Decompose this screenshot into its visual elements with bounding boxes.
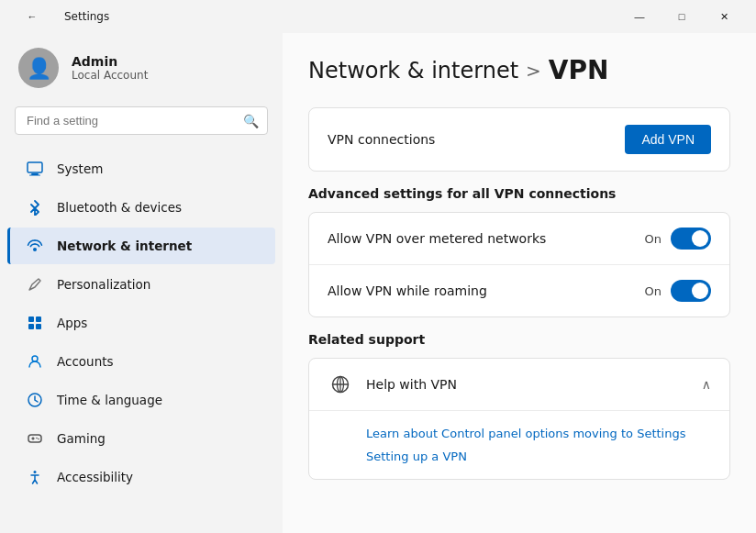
- nav-label-personalization: Personalization: [57, 277, 150, 292]
- accounts-icon: [26, 352, 44, 371]
- support-link-0[interactable]: Learn about Control panel options moving…: [366, 422, 711, 445]
- content-area: Network & internet > VPN VPN connections…: [283, 33, 756, 533]
- nav-label-network: Network & internet: [57, 239, 192, 253]
- search-box: 🔍: [15, 106, 268, 135]
- close-button[interactable]: ✕: [703, 2, 745, 31]
- avatar: 👤: [18, 48, 59, 88]
- help-vpn-label: Help with VPN: [366, 377, 457, 392]
- page-header: Network & internet > VPN: [308, 55, 730, 85]
- nav-label-bluetooth: Bluetooth & devices: [57, 200, 182, 215]
- add-vpn-button[interactable]: Add VPN: [625, 125, 711, 154]
- svg-rect-5: [36, 316, 41, 322]
- user-section: 👤 Admin Local Account: [0, 33, 283, 106]
- user-account-type: Local Account: [72, 69, 148, 82]
- toggle-label-metered: Allow VPN over metered networks: [328, 231, 546, 246]
- window-controls: — □ ✕: [618, 2, 745, 31]
- accessibility-icon: [26, 468, 44, 486]
- back-button[interactable]: ←: [11, 2, 53, 31]
- nav-item-accessibility[interactable]: Accessibility: [7, 459, 275, 495]
- help-vpn-row[interactable]: Help with VPN ∧: [309, 359, 729, 410]
- toggle-status-metered: On: [645, 232, 662, 246]
- nav-item-accounts[interactable]: Accounts: [7, 343, 275, 380]
- toggle-right-roaming: On: [645, 280, 711, 302]
- nav-label-system: System: [57, 161, 103, 176]
- nav-item-apps[interactable]: Apps: [7, 305, 275, 341]
- toggle-switch-roaming[interactable]: [671, 280, 711, 302]
- toggle-label-roaming: Allow VPN while roaming: [328, 283, 487, 298]
- nav-label-accessibility: Accessibility: [57, 470, 133, 484]
- toggle-switch-metered[interactable]: [671, 228, 711, 250]
- vpn-connections-row: VPN connections Add VPN: [309, 108, 729, 171]
- user-info: Admin Local Account: [72, 54, 148, 82]
- user-name: Admin: [72, 54, 148, 69]
- network-icon: [26, 237, 44, 255]
- svg-point-13: [36, 438, 38, 439]
- maximize-button[interactable]: □: [661, 2, 703, 31]
- nav-item-bluetooth[interactable]: Bluetooth & devices: [7, 189, 275, 226]
- svg-rect-7: [36, 324, 41, 329]
- bluetooth-icon: [26, 198, 44, 217]
- svg-rect-2: [29, 175, 40, 176]
- title-bar: ← Settings — □ ✕: [0, 0, 756, 33]
- page-title: VPN: [549, 55, 609, 85]
- breadcrumb-separator: >: [526, 60, 541, 82]
- svg-point-15: [34, 471, 37, 473]
- nav-item-personalization[interactable]: Personalization: [7, 266, 275, 303]
- sidebar: 👤 Admin Local Account 🔍 System Bluetooth…: [0, 33, 283, 533]
- apps-icon: [26, 314, 44, 332]
- title-bar-left: ← Settings: [11, 2, 109, 31]
- nav-label-apps: Apps: [57, 316, 87, 330]
- nav-item-time[interactable]: Time & language: [7, 382, 275, 418]
- time-icon: [26, 391, 44, 409]
- minimize-button[interactable]: —: [618, 2, 661, 31]
- app-title: Settings: [64, 10, 109, 23]
- related-support-card: Help with VPN ∧ Learn about Control pane…: [308, 358, 730, 480]
- nav-label-time: Time & language: [57, 393, 162, 407]
- personalization-icon: [26, 275, 44, 294]
- help-vpn-left: Help with VPN: [328, 372, 457, 397]
- svg-rect-10: [28, 435, 41, 442]
- vpn-connections-label: VPN connections: [328, 132, 435, 147]
- svg-point-8: [32, 356, 38, 361]
- svg-point-3: [33, 248, 37, 251]
- svg-point-14: [38, 439, 39, 440]
- search-icon: 🔍: [243, 114, 259, 128]
- avatar-icon: 👤: [27, 57, 51, 80]
- support-link-1[interactable]: Setting up a VPN: [366, 445, 711, 468]
- app-body: 👤 Admin Local Account 🔍 System Bluetooth…: [0, 33, 756, 533]
- nav-label-gaming: Gaming: [57, 431, 106, 446]
- advanced-settings-card: Allow VPN over metered networks On Allow…: [308, 212, 730, 317]
- system-icon: [26, 160, 44, 178]
- nav-label-accounts: Accounts: [57, 354, 114, 369]
- nav-item-system[interactable]: System: [7, 150, 275, 187]
- svg-rect-0: [28, 162, 42, 172]
- nav-item-network[interactable]: Network & internet: [7, 228, 275, 264]
- help-globe-icon: [328, 372, 353, 397]
- nav-item-gaming[interactable]: Gaming: [7, 420, 275, 457]
- svg-rect-6: [28, 324, 34, 329]
- toggle-row-metered: Allow VPN over metered networks On: [309, 213, 729, 264]
- svg-rect-4: [28, 316, 34, 322]
- toggle-row-roaming: Allow VPN while roaming On: [309, 264, 729, 316]
- search-input[interactable]: [15, 106, 268, 135]
- gaming-icon: [26, 429, 44, 448]
- related-support-title: Related support: [308, 332, 730, 347]
- vpn-connections-card: VPN connections Add VPN: [308, 107, 730, 172]
- toggle-right-metered: On: [645, 228, 711, 250]
- breadcrumb-parent: Network & internet: [308, 58, 518, 83]
- advanced-settings-title: Advanced settings for all VPN connection…: [308, 186, 730, 201]
- toggle-status-roaming: On: [645, 284, 662, 298]
- chevron-up-icon: ∧: [702, 377, 711, 392]
- support-links: Learn about Control panel options moving…: [309, 410, 729, 479]
